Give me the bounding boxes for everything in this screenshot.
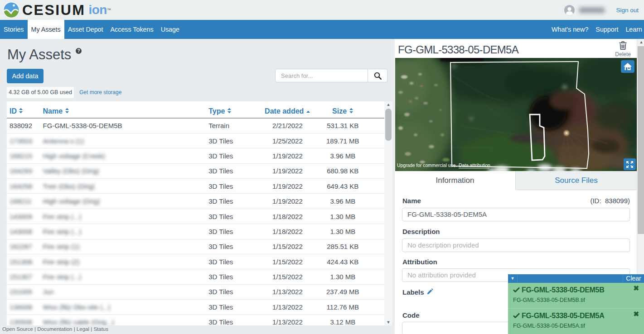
svg-text:Upgrade for commercial use.: Upgrade for commercial use. xyxy=(397,163,457,168)
svg-text:Data attribution: Data attribution xyxy=(459,163,490,168)
